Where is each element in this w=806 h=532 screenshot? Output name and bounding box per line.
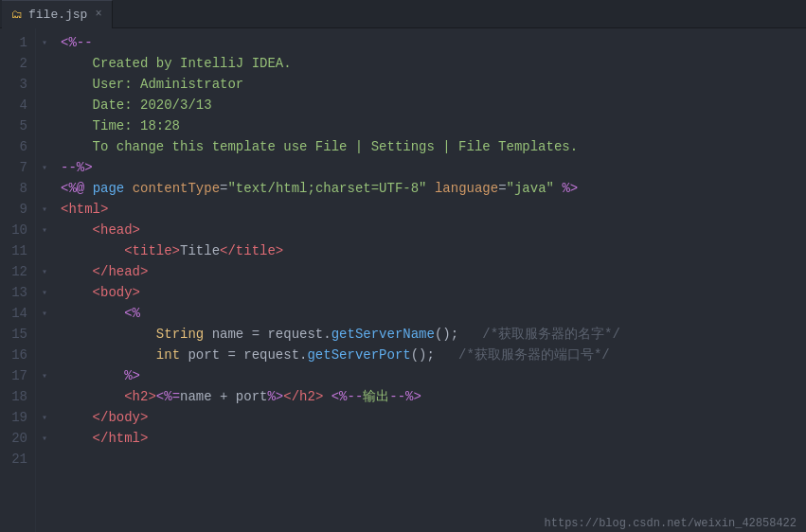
editor-area: 1 2 3 4 5 6 7 8 9 10 11 12 13 14 15 16 1… [0, 28, 806, 532]
fold-19[interactable]: ▾ [36, 407, 53, 428]
code-line-17: %> [61, 365, 806, 386]
code-line-3: User: Administrator [61, 74, 806, 95]
fold-10[interactable]: ▾ [36, 220, 53, 240]
ln-2: 2 [0, 53, 27, 74]
code-line-1: <%-- [61, 32, 806, 53]
tab-filename: file.jsp [28, 8, 87, 22]
ln-16: 16 [0, 345, 27, 365]
ln-18: 18 [0, 386, 27, 407]
fold-6 [36, 136, 53, 157]
file-tab[interactable]: 🗂 file.jsp × [2, 0, 113, 28]
fold-16 [36, 345, 53, 365]
fold-13[interactable]: ▾ [36, 282, 53, 303]
fold-9[interactable]: ▾ [36, 199, 53, 220]
code-line-5: Time: 18:28 [61, 115, 806, 136]
code-line-12: </head> [61, 261, 806, 282]
code-editor[interactable]: <%-- Created by IntelliJ IDEA. User: Adm… [53, 28, 806, 532]
code-line-9: <html> [61, 199, 806, 220]
ln-12: 12 [0, 261, 27, 282]
ln-15: 15 [0, 324, 27, 345]
ln-14: 14 [0, 303, 27, 324]
line-numbers: 1 2 3 4 5 6 7 8 9 10 11 12 13 14 15 16 1… [0, 28, 36, 532]
code-line-21 [61, 449, 806, 470]
code-line-13: <body> [61, 282, 806, 303]
fold-17[interactable]: ▾ [36, 365, 53, 386]
ln-5: 5 [0, 115, 27, 136]
blog-url: https://blog.csdn.net/weixin_42858422 [545, 517, 797, 530]
code-line-11: <title>Title</title> [61, 240, 806, 261]
fold-8 [36, 178, 53, 199]
fold-21 [36, 449, 53, 470]
fold-5 [36, 115, 53, 136]
fold-4 [36, 95, 53, 115]
ln-6: 6 [0, 136, 27, 157]
ln-7: 7 [0, 157, 27, 178]
ln-17: 17 [0, 365, 27, 386]
status-bar: https://blog.csdn.net/weixin_42858422 [535, 515, 806, 532]
tab-close-button[interactable]: × [95, 8, 101, 21]
fold-7[interactable]: ▾ [36, 157, 53, 178]
ln-8: 8 [0, 178, 27, 199]
fold-14[interactable]: ▾ [36, 303, 53, 324]
code-line-7: --%> [61, 157, 806, 178]
fold-15 [36, 324, 53, 345]
fold-2 [36, 53, 53, 74]
fold-11 [36, 240, 53, 261]
fold-3 [36, 74, 53, 95]
ln-9: 9 [0, 199, 27, 220]
code-line-19: </body> [61, 407, 806, 428]
fold-gutter: ▾ ▾ ▾ ▾ ▾ ▾ ▾ ▾ ▾ ▾ [36, 28, 53, 532]
code-line-10: <head> [61, 220, 806, 240]
code-line-16: int port = request.getServerPort(); /*获取… [61, 345, 806, 365]
ln-13: 13 [0, 282, 27, 303]
code-line-2: Created by IntelliJ IDEA. [61, 53, 806, 74]
code-line-15: String name = request.getServerName(); /… [61, 324, 806, 345]
code-line-18: <h2><%=name + port%></h2> <%--输出--%> [61, 386, 806, 407]
fold-12[interactable]: ▾ [36, 261, 53, 282]
ln-19: 19 [0, 407, 27, 428]
tab-bar: 🗂 file.jsp × [0, 0, 806, 28]
ln-21: 21 [0, 449, 27, 470]
ln-1: 1 [0, 32, 27, 53]
fold-1[interactable]: ▾ [36, 32, 53, 53]
code-line-4: Date: 2020/3/13 [61, 95, 806, 115]
ln-3: 3 [0, 74, 27, 95]
ln-10: 10 [0, 220, 27, 240]
fold-20[interactable]: ▾ [36, 428, 53, 449]
code-line-6: To change this template use File | Setti… [61, 136, 806, 157]
ln-20: 20 [0, 428, 27, 449]
code-line-8: <%@ page contentType="text/html;charset=… [61, 178, 806, 199]
fold-18 [36, 386, 53, 407]
file-icon: 🗂 [11, 8, 23, 22]
code-line-20: </html> [61, 428, 806, 449]
ln-4: 4 [0, 95, 27, 115]
code-line-14: <% [61, 303, 806, 324]
ln-11: 11 [0, 240, 27, 261]
